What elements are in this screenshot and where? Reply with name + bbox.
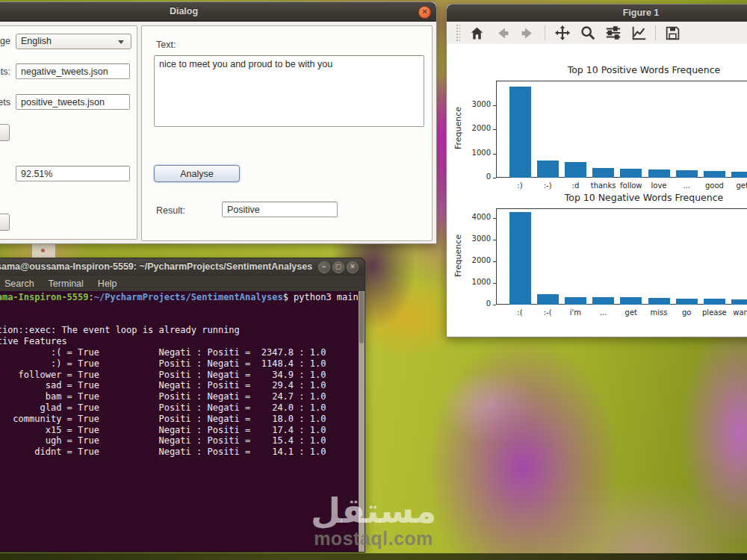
menu-item-terminal[interactable]: Terminal: [49, 279, 84, 289]
plot-area: [496, 81, 747, 178]
terminal-window: oussama@oussama-Inspiron-5559: ~/Pycharm…: [0, 258, 365, 553]
y-tick-label: 1000: [465, 278, 491, 286]
text-label: Text:: [156, 40, 176, 50]
settings-groupbox: [0, 25, 137, 240]
bar: [731, 299, 747, 305]
y-tick-mark: [493, 218, 496, 219]
sentiment-dialog-window: Dialog ✕ Language English negative tweet…: [0, 1, 437, 244]
terminal-scrollbar[interactable]: [359, 291, 365, 552]
bar: [592, 168, 614, 178]
bar: [731, 172, 747, 178]
bar: [676, 170, 698, 178]
subplots-config-icon[interactable]: [604, 25, 622, 42]
language-value: English: [21, 36, 52, 46]
terminal-text: oussama@oussama-Inspiron-5559:~/PycharmP…: [0, 292, 365, 458]
screen-bottom-edge: [0, 553, 747, 560]
home-icon[interactable]: [468, 25, 486, 42]
toolbar-grip[interactable]: [456, 24, 460, 42]
positive-tweets-input[interactable]: [16, 94, 130, 110]
plot-area: [496, 208, 747, 305]
chart-title: Top 10 Negative Words Frequence: [495, 192, 747, 203]
partial-button-top[interactable]: [0, 124, 10, 141]
bar: [592, 297, 614, 305]
bar: [704, 299, 725, 305]
y-tick-mark: [493, 261, 496, 262]
analyse-button[interactable]: Analyse: [154, 165, 240, 182]
toolbar-separator: [655, 25, 656, 40]
terminal-menubar: SearchTerminalHelp: [0, 276, 365, 291]
save-icon[interactable]: [664, 25, 681, 42]
terminal-viewport[interactable]: oussama@oussama-Inspiron-5559:~/PycharmP…: [0, 291, 365, 552]
chevron-down-icon: [118, 40, 124, 44]
bar: [620, 169, 642, 178]
terminal-title: oussama@oussama-Inspiron-5559: ~/Pycharm…: [0, 261, 312, 272]
y-tick-label: 3000: [465, 100, 491, 108]
y-tick-label: 2000: [465, 256, 491, 264]
bar: [648, 298, 670, 305]
partial-button-bottom[interactable]: [0, 214, 10, 231]
result-label: Result:: [156, 205, 185, 216]
y-tick-label: 4000: [465, 213, 491, 221]
y-tick-label: 0: [465, 299, 491, 308]
y-tick-mark: [493, 154, 496, 155]
bar: [537, 294, 559, 305]
maximize-icon[interactable]: ▢: [332, 261, 344, 273]
forward-arrow-icon[interactable]: [519, 25, 536, 42]
x-tick-label: want: [725, 308, 747, 317]
bar: [648, 169, 670, 178]
y-tick-mark: [493, 178, 496, 178]
y-tick-label: 2000: [465, 124, 491, 132]
pan-icon[interactable]: [554, 25, 571, 42]
desktop-file-icon[interactable]: [31, 243, 56, 259]
accuracy-input[interactable]: [16, 166, 130, 181]
terminal-titlebar[interactable]: oussama@oussama-Inspiron-5559: ~/Pycharm…: [0, 258, 365, 276]
bar: [537, 161, 559, 178]
negative-tweets-input[interactable]: [16, 63, 130, 79]
y-tick-mark: [493, 305, 496, 305]
negative-tweets-label: negative tweets:: [0, 66, 10, 77]
language-label: Language: [0, 36, 10, 46]
figure-titlebar[interactable]: Figure 1: [447, 4, 747, 22]
figure-toolbar: [447, 22, 747, 45]
y-tick-mark: [493, 240, 496, 240]
y-tick-mark: [493, 105, 496, 106]
y-axis-label: Frequence: [453, 99, 463, 158]
bar: [565, 162, 586, 178]
terminal-window-buttons: −▢✕: [318, 261, 359, 273]
close-icon[interactable]: ✕: [347, 261, 359, 273]
y-tick-label: 1000: [465, 149, 491, 157]
dialog-titlebar[interactable]: Dialog ✕: [0, 2, 436, 22]
positive-tweets-label: positive tweets: [0, 97, 10, 108]
scrollbar-handle[interactable]: [359, 291, 364, 343]
bar: [676, 299, 698, 305]
menu-item-help[interactable]: Help: [98, 279, 117, 289]
result-output[interactable]: [222, 202, 338, 217]
dialog-title: Dialog: [170, 6, 198, 16]
text-input[interactable]: nice to meet you and proud to be with yo…: [154, 55, 424, 127]
figure-title: Figure 1: [623, 7, 660, 18]
y-tick-label: 3000: [465, 234, 491, 243]
y-axis-label: Frequence: [453, 225, 463, 285]
bar: [704, 171, 725, 178]
figure-canvas[interactable]: Top 10 Positive Words FrequenceFrequence…: [447, 44, 747, 336]
bar: [509, 212, 531, 305]
customize-axes-icon[interactable]: [630, 25, 647, 42]
bar: [509, 87, 531, 178]
bar: [620, 297, 642, 305]
back-arrow-icon[interactable]: [494, 25, 511, 42]
language-select[interactable]: English: [16, 34, 131, 49]
matplotlib-figure-window: Figure 1 To: [446, 4, 747, 337]
minimize-icon[interactable]: −: [318, 261, 330, 273]
chart-title: Top 10 Positive Words Frequence: [495, 64, 747, 75]
y-tick-mark: [493, 283, 496, 284]
menu-item-search[interactable]: Search: [4, 279, 34, 289]
close-icon[interactable]: ✕: [418, 6, 431, 19]
y-tick-mark: [493, 129, 496, 130]
x-tick-label: get: [725, 181, 747, 190]
toolbar-separator: [545, 25, 545, 40]
y-tick-label: 0: [465, 172, 491, 181]
zoom-icon[interactable]: [579, 25, 596, 42]
bar: [565, 297, 586, 305]
